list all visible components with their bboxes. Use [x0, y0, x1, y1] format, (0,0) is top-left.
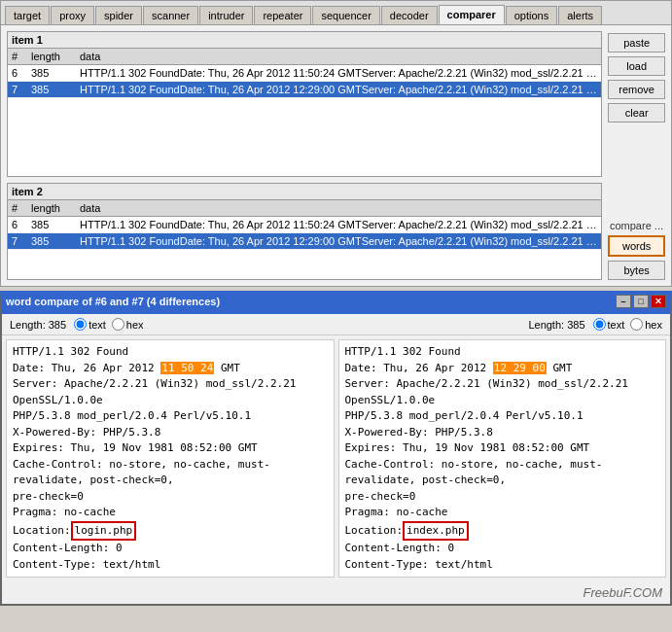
left-radio-group: text hex [74, 318, 143, 331]
left-line12: Content-Type: text/html [13, 557, 328, 574]
left-line6: Expires: Thu, 19 Nov 1981 08:52:00 GMT [13, 440, 328, 457]
main-content: item 1 # length data 6 385 HTTP/1.1 [1, 25, 671, 286]
left-compare-panel: HTTP/1.1 302 Found Date: Thu, 26 Apr 201… [6, 339, 335, 578]
left-time-highlight: 11 50 24 [160, 362, 214, 374]
item2-col-length: length [27, 200, 76, 217]
compare-header: Length: 385 text hex Length: 385 text [2, 314, 670, 335]
right-hex-radio[interactable] [630, 318, 643, 331]
paste-button[interactable]: paste [608, 33, 665, 53]
freebuf-watermark: FreebuF.COM [2, 581, 670, 604]
item2-row2-data: HTTP/1.1 302 FoundDate: Thu, 26 Apr 2012… [76, 233, 601, 250]
clear-button[interactable]: clear [608, 103, 665, 123]
item1-row1-hash: 6 [8, 65, 27, 82]
item2-table: # length data 6 385 HTTP/1.1 302 FoundDa… [8, 200, 601, 250]
left-length-label: Length: 385 [10, 319, 66, 331]
item2-row2-hash: 7 [8, 233, 27, 250]
left-hex-radio-text: hex [126, 319, 144, 331]
right-line4: PHP/5.3.8 mod_perl/2.0.4 Perl/v5.10.1 [345, 408, 660, 425]
tab-options[interactable]: options [506, 6, 557, 24]
tab-bar: target proxy spider scanner intruder rep… [1, 1, 671, 25]
tab-repeater[interactable]: repeater [254, 6, 311, 24]
left-line11: Content-Length: 0 [13, 541, 328, 557]
close-button[interactable]: ✕ [651, 295, 666, 308]
left-line2: Date: Thu, 26 Apr 2012 11 50 24 GMT [13, 361, 328, 377]
right-line3: Server: Apache/2.2.21 (Win32) mod_ssl/2.… [345, 376, 660, 408]
tab-proxy[interactable]: proxy [51, 6, 94, 24]
buttons-panel: paste load remove clear compare ... word… [608, 31, 665, 280]
left-line10: Location: login.php [13, 521, 328, 542]
right-time-highlight: 12 29 00 [493, 362, 547, 374]
item2-row1-length: 385 [27, 217, 76, 233]
tab-target[interactable]: target [5, 6, 50, 24]
compare-panels: HTTP/1.1 302 Found Date: Thu, 26 Apr 201… [2, 335, 670, 581]
left-line5: X-Powered-By: PHP/5.3.8 [13, 425, 328, 441]
words-button[interactable]: words [608, 235, 665, 257]
left-hex-radio[interactable] [112, 318, 124, 331]
right-line9: Pragma: no-cache [345, 505, 660, 521]
compare-window-title: word compare of #6 and #7 (4 differences… [6, 296, 220, 307]
item2-header: item 2 [8, 184, 601, 200]
bytes-button[interactable]: bytes [608, 261, 665, 280]
item1-table: # length data 6 385 HTTP/1.1 302 FoundDa… [8, 49, 601, 98]
right-hex-radio-label[interactable]: hex [630, 318, 662, 331]
tab-intruder[interactable]: intruder [199, 6, 253, 24]
remove-button[interactable]: remove [608, 80, 665, 99]
right-line1: HTTP/1.1 302 Found [345, 344, 660, 361]
right-text-radio-label[interactable]: text [593, 318, 625, 331]
left-hex-radio-label[interactable]: hex [112, 318, 144, 331]
item2-col-data: data [76, 200, 601, 217]
item1-row2-hash: 7 [8, 82, 27, 98]
item2-row1-data: HTTP/1.1 302 FoundDate: Thu, 26 Apr 2012… [76, 217, 601, 233]
burp-main-window: target proxy spider scanner intruder rep… [0, 0, 672, 287]
load-button[interactable]: load [608, 56, 665, 76]
item1-row1-data: HTTP/1.1 302 FoundDate: Thu, 26 Apr 2012… [76, 65, 601, 82]
right-line8: pre-check=0 [345, 489, 660, 506]
right-text-radio[interactable] [593, 318, 606, 331]
item1-col-data: data [76, 49, 601, 65]
item2-row2-length: 385 [27, 233, 76, 250]
right-line10: Location: index.php [345, 521, 660, 542]
compare-window: word compare of #6 and #7 (4 differences… [0, 291, 672, 606]
item1-empty-area [8, 98, 601, 176]
right-radio-group: text hex [593, 318, 662, 331]
left-line9: Pragma: no-cache [13, 505, 328, 521]
titlebar-controls: – □ ✕ [616, 295, 666, 308]
right-line7: Cache-Control: no-store, no-cache, must-… [345, 457, 660, 489]
left-text-radio[interactable] [74, 318, 87, 331]
right-line6: Expires: Thu, 19 Nov 1981 08:52:00 GMT [345, 440, 660, 457]
left-line1: HTTP/1.1 302 Found [13, 344, 328, 361]
right-compare-panel: HTTP/1.1 302 Found Date: Thu, 26 Apr 201… [338, 339, 667, 578]
item2-col-hash: # [8, 200, 27, 217]
item1-header: item 1 [8, 32, 601, 49]
left-line3: Server: Apache/2.2.21 (Win32) mod_ssl/2.… [13, 376, 328, 408]
left-location-highlight: login.php [71, 521, 137, 542]
item1-row-1[interactable]: 6 385 HTTP/1.1 302 FoundDate: Thu, 26 Ap… [8, 65, 601, 82]
left-line4: PHP/5.3.8 mod_perl/2.0.4 Perl/v5.10.1 [13, 408, 328, 425]
compare-label: compare ... [608, 220, 665, 231]
item1-row2-data: HTTP/1.1 302 FoundDate: Thu, 26 Apr 2012… [76, 82, 601, 98]
minimize-button[interactable]: – [616, 295, 631, 308]
item2-row1-hash: 6 [8, 217, 27, 233]
tab-scanner[interactable]: scanner [143, 6, 198, 24]
item1-section: item 1 # length data 6 385 HTTP/1.1 [7, 31, 602, 177]
right-line2: Date: Thu, 26 Apr 2012 12 29 00 GMT [345, 361, 660, 377]
item2-section: item 2 # length data 6 385 HTTP/1.1 [7, 183, 602, 280]
item1-row1-length: 385 [27, 65, 76, 82]
left-line7: Cache-Control: no-store, no-cache, must-… [13, 457, 328, 489]
item2-empty-area [8, 250, 601, 279]
tab-alerts[interactable]: alerts [558, 6, 602, 24]
tab-spider[interactable]: spider [95, 6, 142, 24]
right-line11: Content-Length: 0 [345, 541, 660, 557]
tab-decoder[interactable]: decoder [381, 6, 438, 24]
item2-row-2[interactable]: 7 385 HTTP/1.1 302 FoundDate: Thu, 26 Ap… [8, 233, 601, 250]
left-header-section: Length: 385 text hex [10, 318, 144, 331]
maximize-button[interactable]: □ [633, 295, 649, 308]
left-text-radio-label[interactable]: text [74, 318, 106, 331]
item2-row-1[interactable]: 6 385 HTTP/1.1 302 FoundDate: Thu, 26 Ap… [8, 217, 601, 233]
item1-row-2[interactable]: 7 385 HTTP/1.1 302 FoundDate: Thu, 26 Ap… [8, 82, 601, 98]
tab-comparer[interactable]: comparer [439, 5, 505, 24]
right-hex-radio-text: hex [645, 319, 662, 331]
right-length-label: Length: 385 [528, 319, 584, 331]
tab-sequencer[interactable]: sequencer [312, 6, 379, 24]
item1-col-length: length [27, 49, 76, 65]
